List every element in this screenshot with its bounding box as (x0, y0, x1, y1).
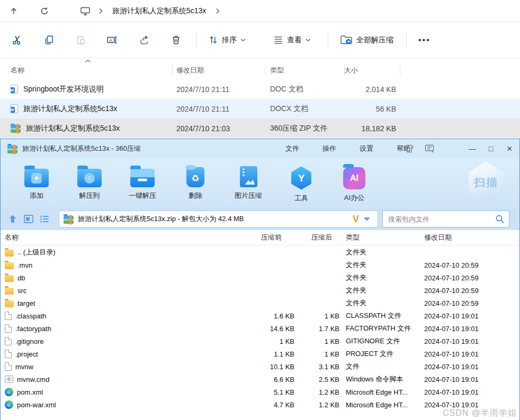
file-name-cell: 旅游计划私人定制系统5c13x (11, 124, 172, 133)
menu-item[interactable]: 操作 (320, 142, 339, 155)
column-separator[interactable] (344, 65, 345, 76)
archive-row[interactable]: pom-war.xml 4.7 KB 1.2 KB Microsoft Edge… (1, 398, 519, 411)
list-view-button[interactable] (37, 211, 52, 227)
entry-type-cell: Microsoft Edge HT... (339, 388, 424, 396)
share-icon (139, 34, 150, 45)
explorer-column-header: 名称 修改日期 类型 大小 (0, 61, 520, 79)
entry-name-cell: .mvn (5, 261, 244, 269)
extract-all-button[interactable]: 全部解压缩 (333, 30, 401, 51)
scissors-icon (12, 34, 23, 45)
column-header-name[interactable]: 名称 (5, 233, 244, 242)
file-row[interactable]: 旅游计划私人定制系统5c13x 2024/7/10 21:03 360压缩 ZI… (0, 118, 520, 138)
column-header-date[interactable]: 修改日期 (424, 233, 519, 242)
paste-button[interactable] (65, 30, 96, 51)
search-input[interactable] (383, 215, 495, 223)
entry-type-cell: CLASSPATH 文件 (339, 311, 424, 321)
more-options-button[interactable]: ••• (411, 35, 438, 45)
ribbon-button[interactable]: 工具 (275, 158, 328, 207)
archive-row[interactable]: .factorypath 14.6 KB 1.7 KB FACTORYPATH … (1, 322, 519, 335)
entry-unpacked-size-cell: 2.5 KB (294, 376, 339, 384)
column-header-name[interactable]: 名称 (11, 66, 172, 75)
entry-name-cell: db (5, 273, 244, 282)
skin-theme-icon[interactable] (404, 144, 415, 153)
explorer-command-bar: A 排序 (0, 22, 520, 58)
archive-row[interactable]: .project 1.1 KB 1 KB PROJECT 文件 2024-07-… (1, 348, 519, 360)
sort-button[interactable]: 排序 (201, 30, 253, 51)
copy-icon (43, 34, 55, 45)
archive-row[interactable]: mvnw 10.1 KB 3.1 KB 文件 2024-07-10 19:01 (1, 360, 519, 373)
ribbon-button[interactable]: 图片压缩 (222, 158, 275, 207)
entry-type-icon (5, 362, 12, 371)
up-level-button[interactable] (5, 211, 21, 227)
column-header-date[interactable]: 修改日期 (172, 66, 266, 75)
archive-search-box[interactable] (382, 211, 509, 227)
entry-date-cell: 2024-07-10 20:59 (424, 299, 519, 307)
ribbon-button[interactable]: 添加 (10, 158, 63, 207)
rename-button[interactable]: A (96, 30, 128, 51)
entry-date-cell: 2024-07-10 19:01 (424, 388, 519, 396)
column-separator[interactable] (172, 65, 173, 76)
entry-name-cell: src (5, 286, 244, 295)
column-header-packed[interactable]: 压缩前 (244, 233, 294, 242)
archive-row[interactable]: .mvn 文件夹 2024-07-10 20:59 (1, 259, 519, 271)
file-name-cell: Springboot开发环境说明 (11, 85, 172, 94)
archive-row[interactable]: mvnw.cmd 6.6 KB 2.5 KB Windows 命令脚本 2024… (1, 373, 519, 386)
vip-v-icon: V (353, 214, 359, 225)
archive-column-header: 名称 压缩前 压缩后 类型 修改日期 (1, 230, 519, 245)
file-name-cell: 旅游计划私人定制系统5c13x (11, 104, 172, 114)
menu-item[interactable]: 设置 (357, 142, 376, 155)
file-row[interactable]: Springboot开发环境说明 2024/7/10 21:11 DOC 文档 … (0, 79, 520, 99)
refresh-button[interactable] (35, 3, 54, 20)
up-button[interactable] (4, 3, 23, 20)
ribbon-button[interactable]: 删除 (169, 158, 222, 207)
menu-item[interactable]: 文件 (283, 142, 302, 155)
archive-row[interactable]: src 文件夹 2024-07-10 20:59 (1, 284, 519, 297)
cut-button[interactable] (1, 30, 33, 51)
view-button[interactable]: 查看 (266, 30, 318, 51)
close-button[interactable]: × (504, 143, 515, 154)
chevron-right-icon[interactable] (216, 8, 220, 14)
archive-row[interactable]: .. (上级目录) 文件夹 (1, 246, 519, 259)
column-header-size[interactable]: 大小 (340, 66, 396, 75)
archive-address-bar[interactable]: 旅游计划私人定制系统5c13x.zip - 解包大小为 42.4 MB V (59, 211, 378, 227)
entry-date-cell: 2024-07-10 19:01 (424, 350, 519, 358)
extract-folder-icon (340, 34, 353, 45)
file-type-cell: DOC 文档 (266, 85, 340, 94)
archive-row[interactable]: .gitignore 1 KB 1 KB GITIGNORE 文件 2024-0… (1, 335, 519, 348)
column-separator[interactable] (265, 65, 265, 76)
archive-row[interactable]: .classpath 1.6 KB 1 KB CLASSPATH 文件 2024… (1, 309, 519, 322)
entry-type-cell: 文件夹 (339, 286, 424, 295)
toolbar-separator (328, 33, 328, 48)
breadcrumb-segment[interactable]: 旅游计划私人定制系统5c13x (110, 5, 208, 17)
share-button[interactable] (128, 30, 160, 51)
maximize-button[interactable]: □ (485, 144, 497, 153)
delete-button[interactable] (160, 30, 192, 51)
file-row[interactable]: 旅游计划私人定制系统5c13x 2024/7/10 21:11 DOCX 文档 … (0, 99, 520, 118)
entry-type-icon (5, 262, 14, 269)
column-header-type[interactable]: 类型 (339, 233, 424, 242)
minimize-button[interactable]: — (467, 144, 478, 153)
sort-ascending-caret-icon (85, 59, 91, 63)
column-separator[interactable] (400, 65, 400, 76)
this-pc-icon[interactable] (79, 6, 91, 16)
column-header-type[interactable]: 类型 (266, 66, 340, 75)
archive-row[interactable]: db 文件夹 2024-07-10 20:59 (1, 271, 519, 284)
entry-type-icon (5, 400, 13, 409)
vip-dropdown[interactable]: V (349, 214, 378, 225)
ribbon-button[interactable]: 解压到 (63, 158, 116, 207)
zip-title-bar[interactable]: 旅游计划私人定制系统5c13x - 360压缩 文件操作设置帮助 — □ × (1, 139, 519, 158)
ribbon-button[interactable]: AI办公 (328, 158, 381, 207)
feedback-icon[interactable] (424, 144, 435, 153)
entry-type-cell: 文件夹 (339, 248, 424, 257)
archive-row[interactable]: target 文件夹 2024-07-10 20:59 (1, 297, 519, 309)
entry-type-cell: PROJECT 文件 (339, 349, 424, 359)
entry-name-cell: .classpath (5, 312, 244, 320)
archive-row[interactable]: pom.xml 5.1 KB 1.2 KB Microsoft Edge HT.… (1, 386, 519, 398)
column-header-unpacked[interactable]: 压缩后 (294, 233, 339, 242)
search-icon (495, 214, 505, 224)
preview-pane-button[interactable] (21, 211, 37, 227)
entry-type-cell: 文件夹 (339, 260, 424, 270)
svg-text:A: A (109, 38, 112, 43)
ribbon-button[interactable]: 一键解压 (116, 158, 169, 207)
copy-button[interactable] (33, 30, 65, 51)
